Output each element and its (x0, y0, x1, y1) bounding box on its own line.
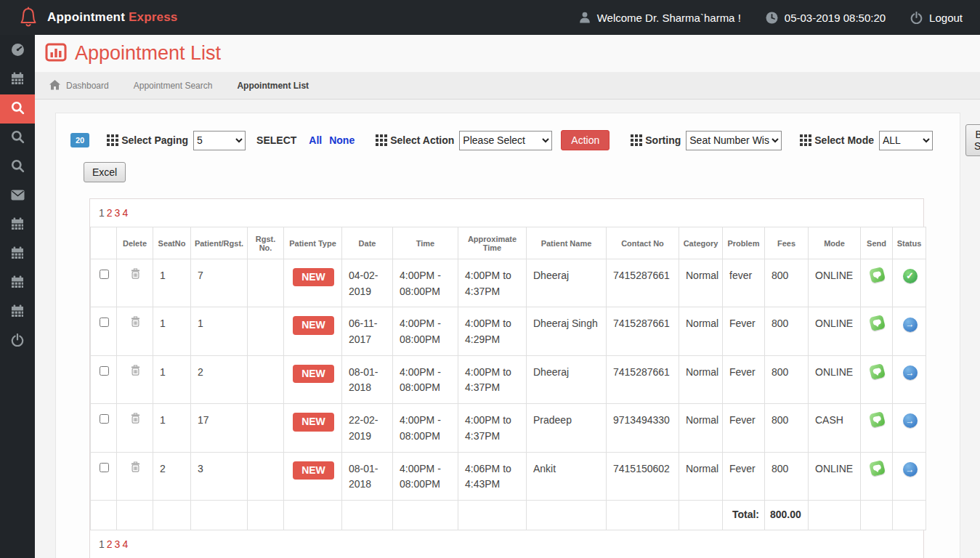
logout-button[interactable]: Logout (910, 12, 963, 24)
row-checkbox[interactable] (100, 463, 109, 472)
select-none-link[interactable]: None (329, 134, 355, 146)
sms-icon[interactable] (869, 411, 886, 428)
table-row: 12NEW08-01-20184:00PM - 08:00PM4:00PM to… (91, 355, 926, 403)
app-title: Appointment Express (47, 10, 178, 25)
rgst-no-cell (248, 355, 284, 403)
sidebar-item-calendar-6[interactable] (0, 211, 35, 240)
action-select[interactable]: Please Select (459, 131, 552, 150)
page-title-bar: Appointment List (35, 35, 980, 73)
arrow-circle-icon[interactable] (903, 365, 918, 380)
search-icon (11, 159, 25, 176)
column-header: Category (679, 227, 723, 259)
approx-time-cell: 4:00PM to 4:29PM (458, 307, 527, 355)
trash-icon[interactable] (131, 270, 140, 281)
appointment-table-container: 1234 DeleteSeatNoPatient/Rgst.Rgst. No.P… (89, 198, 924, 558)
category-cell: Normal (679, 404, 723, 452)
page-link-3[interactable]: 3 (115, 207, 121, 219)
grid-icon (107, 134, 110, 137)
bulk-sms-button[interactable]: Bulk SMS (965, 124, 980, 156)
sidebar-item-search-4[interactable] (0, 153, 35, 182)
sidebar-item-mail-5[interactable] (0, 182, 35, 211)
page-link-2[interactable]: 2 (107, 207, 113, 219)
trash-icon[interactable] (131, 463, 140, 474)
row-checkbox[interactable] (100, 366, 109, 376)
seat-no-cell: 1 (153, 355, 191, 403)
sidebar-item-calendar-1[interactable] (0, 65, 35, 94)
sorting-select[interactable]: Seat Number Wis (686, 131, 782, 150)
arrow-circle-icon[interactable] (903, 318, 918, 332)
page-link-4[interactable]: 4 (122, 207, 128, 219)
trash-icon[interactable] (131, 318, 140, 329)
patient-type-badge: NEW (293, 268, 334, 286)
page-link-3[interactable]: 3 (115, 538, 121, 550)
sms-icon[interactable] (869, 315, 886, 331)
sms-icon[interactable] (869, 267, 886, 283)
sidebar-nav (0, 35, 35, 558)
sidebar-item-power-10[interactable] (0, 327, 35, 356)
calendar-icon (11, 217, 24, 233)
sidebar-item-calendar-9[interactable] (0, 298, 35, 327)
sidebar-item-search-2[interactable] (0, 94, 35, 124)
check-circle-icon[interactable] (903, 269, 918, 283)
page-link-4[interactable]: 4 (122, 538, 128, 550)
sms-icon[interactable] (869, 459, 886, 476)
excel-button[interactable]: Excel (84, 162, 126, 182)
row-checkbox[interactable] (100, 270, 109, 279)
sms-icon[interactable] (869, 363, 886, 380)
page-link-2[interactable]: 2 (107, 538, 113, 550)
contact-no-cell: 9713494330 (607, 404, 679, 452)
time-cell: 4:00PM - 08:00PM (393, 404, 458, 452)
arrow-circle-icon[interactable] (903, 413, 918, 428)
sorting-label: Sorting (645, 134, 681, 146)
mode-select[interactable]: ALL (879, 131, 933, 150)
fees-cell: 800 (765, 452, 809, 500)
dashboard-icon (11, 43, 25, 60)
appointment-table: DeleteSeatNoPatient/Rgst.Rgst. No.Patien… (90, 227, 926, 530)
patient-rgst-cell: 17 (191, 404, 248, 452)
problem-cell: fever (723, 259, 765, 307)
select-paging-label: Select Paging (121, 134, 188, 146)
patient-rgst-cell: 7 (191, 259, 248, 307)
patient-name-cell: Dheeraj (527, 355, 607, 403)
select-all-link[interactable]: All (309, 134, 322, 146)
sidebar-item-dashboard-0[interactable] (0, 36, 35, 65)
breadcrumb-dashboard[interactable]: Dashboard (49, 80, 109, 92)
mail-icon (11, 190, 25, 203)
trash-icon[interactable] (131, 414, 140, 426)
column-header: Problem (723, 227, 765, 259)
row-checkbox[interactable] (100, 414, 109, 424)
logout-label: Logout (929, 12, 963, 24)
problem-cell: Fever (723, 355, 765, 403)
patient-type-badge: NEW (293, 461, 334, 480)
sidebar-item-calendar-7[interactable] (0, 240, 35, 269)
approx-time-cell: 4:00PM to 4:37PM (458, 259, 527, 307)
column-header: Patient/Rgst. (191, 227, 248, 259)
category-cell: Normal (679, 355, 723, 403)
datetime-text: 05-03-2019 08:50:20 (785, 12, 886, 24)
calendar-icon (11, 275, 24, 291)
total-label: Total: (723, 500, 765, 530)
grid-icon (800, 134, 803, 137)
fees-cell: 800 (765, 307, 809, 355)
welcome-user[interactable]: Welcome Dr. Sharma`harma ! (579, 12, 741, 24)
problem-cell: Fever (723, 404, 765, 452)
column-header: Patient Name (527, 227, 607, 259)
paging-select[interactable]: 5 (193, 131, 246, 150)
calendar-icon (11, 72, 24, 88)
sidebar-item-calendar-8[interactable] (0, 269, 35, 298)
arrow-circle-icon[interactable] (903, 462, 918, 477)
select-mode-label: Select Mode (814, 134, 874, 146)
contact-no-cell: 7415150602 (607, 452, 679, 500)
column-header (91, 227, 117, 259)
column-header: Fees (765, 227, 809, 259)
breadcrumb-appointment-search[interactable]: Appointment Search (134, 81, 213, 91)
app-brand[interactable]: Appointment Express (0, 7, 178, 28)
calendar-icon (11, 246, 24, 262)
sidebar-item-search-3[interactable] (0, 124, 35, 153)
page-title: Appointment List (75, 42, 221, 65)
action-button[interactable]: Action (561, 130, 610, 150)
trash-icon[interactable] (131, 366, 140, 378)
row-checkbox[interactable] (100, 318, 109, 327)
search-icon (11, 101, 25, 118)
column-header: Rgst. No. (248, 227, 284, 259)
